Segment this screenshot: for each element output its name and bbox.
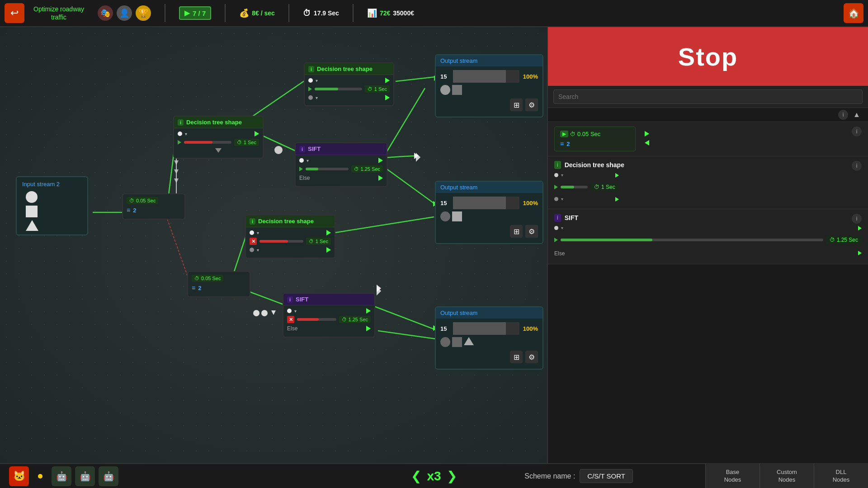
sift2-timer: ⏱ 1.25 Sec [339, 316, 371, 323]
os1-circle [440, 85, 450, 95]
search-input[interactable] [553, 89, 863, 104]
d3-timer-val: 1 Sec [316, 239, 328, 244]
sift-node-1[interactable]: i SIFT ▾ ⏱ 1.25 Sec Else [295, 142, 387, 187]
os2-gear-btn[interactable]: ⚙ [525, 225, 538, 238]
rp-card3-dot1 [554, 226, 558, 230]
decision-node-3[interactable]: i Decision tree shape ▾ ✕ ⏱ 1 Sec [245, 215, 335, 258]
os2-bar [453, 197, 519, 209]
rp-card3-arrow1 [858, 226, 862, 230]
sift1-arrow-out [378, 158, 383, 163]
decision-node-1[interactable]: i Decision tree shape ▾ ⏱ 1 Sec [173, 116, 264, 159]
os3-percent: 100% [523, 325, 538, 332]
separator-1 [165, 4, 165, 22]
slider-1 [184, 141, 231, 144]
dot-2b [308, 95, 313, 100]
speed2-timer-icon: ⏱ [194, 276, 199, 281]
progress-box: ▶ 7 / 7 [179, 6, 211, 20]
os3-layers-btn[interactable]: ⊞ [510, 351, 523, 363]
speed1-timer-label: 0.05 Sec [136, 198, 156, 203]
decision-node-2[interactable]: i Decision tree shape ▾ ⏱ 1 Sec [304, 62, 394, 106]
chevron-2: ▾ [316, 78, 318, 83]
rp-card3-else-arrow [858, 251, 862, 255]
svg-line-8 [335, 217, 434, 233]
timer-label: 17.9 Sec [314, 9, 339, 17]
svg-line-7 [384, 167, 434, 203]
os1-gear-btn[interactable]: ⚙ [525, 99, 538, 111]
separator-2 [225, 4, 226, 22]
stop-button[interactable]: Stop [548, 27, 868, 86]
rp-card3-timer-val: 1.25 Sec [837, 237, 858, 243]
sift-node-2[interactable]: i SIFT ▾ ✕ ⏱ 1.25 Sec Else [283, 293, 375, 338]
speed-node-1[interactable]: ⏱ 0.05 Sec ≡ 2 [122, 193, 185, 220]
svg-line-3 [262, 136, 297, 151]
rp-card3-title: SIFT [565, 214, 578, 221]
arrow-icon: ▶ [184, 9, 190, 17]
rp-card2-badge: i [554, 161, 561, 169]
speed1-timer: ⏱ 0.05 Sec [127, 197, 158, 204]
dot-2 [308, 78, 313, 83]
speed-node-2[interactable]: ⏱ 0.05 Sec ≡ 2 [187, 271, 250, 297]
back-button[interactable]: ↩ [5, 3, 24, 23]
topbar-right: 🏠 [844, 3, 863, 23]
score-stat: 📊 72€ 35000€ [367, 8, 414, 18]
input-stream-node: Input stream 2 [16, 176, 88, 235]
rp-card1-info[interactable]: i [852, 127, 862, 136]
sift2-else-arrow [366, 326, 371, 331]
bb-agent-2[interactable]: 🤖 [75, 466, 95, 486]
sift1-timer-icon: ⏱ [354, 166, 359, 172]
shape-triangle [26, 220, 38, 231]
timer-icon: ⏱ [303, 9, 311, 18]
output-stream-3: Output stream 15 100% ⊞ ⚙ [435, 306, 543, 370]
os3-controls[interactable]: ⊞ ⚙ [440, 349, 538, 365]
x-mark-s2: ✕ [287, 316, 294, 323]
score2-label: 35000€ [393, 9, 414, 17]
arrow-out-3b [326, 247, 331, 253]
home-button[interactable]: 🏠 [844, 3, 863, 23]
agent-2: 👤 [117, 5, 132, 21]
sift2-dot [287, 309, 292, 313]
info-badge-s1: i [299, 146, 305, 152]
os1-layers-btn[interactable]: ⊞ [510, 99, 523, 111]
os1-percent: 100% [523, 73, 538, 80]
os3-gear-btn[interactable]: ⚙ [525, 351, 538, 363]
rp-card3-header: i SIFT [554, 214, 862, 222]
bb-agent-3[interactable]: 🤖 [99, 466, 118, 486]
topbar: ↩ Optimize roadwaytraffic 🎭 👤 🏆 ▶ 7 / 7 … [0, 0, 868, 27]
bottom-tabs: BaseNodes CustomNodes DLLNodes [705, 464, 868, 488]
arrow-in-2 [308, 87, 312, 91]
mult-left-arrow[interactable]: ❮ [411, 469, 421, 483]
arrow-out-2 [385, 78, 390, 83]
rp-card2-timer-val: 1 Sec [601, 184, 615, 190]
scheme-value: C/S/T SORT [580, 469, 633, 483]
os1-header: Output stream [436, 55, 542, 66]
decision-node-2-header: i Decision tree shape [305, 63, 393, 75]
sift1-timer-val: 1.25 Sec [361, 166, 380, 172]
rp-card2-dot2 [554, 197, 558, 201]
tab-dll-nodes[interactable]: DLLNodes [814, 464, 868, 488]
rp-card2-info[interactable]: i [852, 161, 862, 171]
tab-base-nodes[interactable]: BaseNodes [705, 464, 760, 488]
bb-agent-1[interactable]: 🤖 [52, 466, 71, 486]
decision-node-3-header: i Decision tree shape [246, 216, 335, 227]
os2-percent: 100% [523, 200, 538, 206]
arrow-in-1 [178, 140, 181, 145]
info-badge-s2: i [287, 296, 293, 303]
rp-card3-info[interactable]: i [852, 214, 862, 224]
speed2-timer: ⏱ 0.05 Sec [192, 275, 223, 282]
svg-line-12 [378, 331, 436, 339]
tab-custom-nodes[interactable]: CustomNodes [760, 464, 814, 488]
sift2-slider-fill [297, 318, 319, 321]
os2-controls[interactable]: ⊞ ⚙ [440, 223, 538, 239]
rp-card1-timer: 0.05 Sec [577, 131, 600, 137]
os2-layers-btn[interactable]: ⊞ [510, 225, 523, 238]
mult-right-arrow[interactable]: ❯ [447, 469, 457, 483]
os1-controls[interactable]: ⊞ ⚙ [440, 97, 538, 113]
speed1-stack-icon: ≡ [127, 206, 130, 214]
shape-circle [26, 191, 38, 203]
cat-icon-1[interactable]: 🐱 [9, 466, 29, 486]
info-badge-2: i [308, 66, 314, 72]
arrow-out-2b [385, 95, 390, 100]
os3-count: 15 [440, 325, 449, 332]
d3-timer: ⏱ 1 Sec [306, 238, 331, 245]
info-btn-1[interactable]: i [838, 110, 848, 120]
